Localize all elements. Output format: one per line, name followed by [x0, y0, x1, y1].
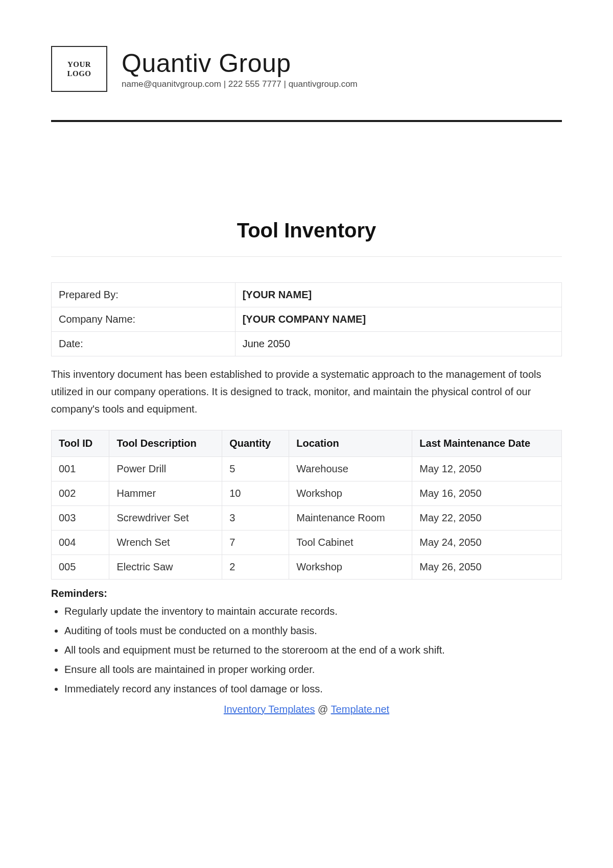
tools-table: Tool IDTool DescriptionQuantityLocationL…: [51, 430, 562, 580]
tools-header-row: Tool IDTool DescriptionQuantityLocationL…: [52, 430, 562, 457]
table-cell-loc: Maintenance Room: [289, 506, 412, 531]
list-item: Ensure all tools are maintained in prope…: [64, 662, 562, 677]
list-item: All tools and equipment must be returned…: [64, 642, 562, 658]
tools-col-header: Tool ID: [52, 430, 109, 457]
contact-line: name@quanitvgroup.com | 222 555 7777 | q…: [122, 79, 562, 89]
template-net-link[interactable]: Template.net: [331, 704, 390, 715]
table-row: 003Screwdriver Set3Maintenance RoomMay 2…: [52, 506, 562, 531]
table-row: 004Wrench Set7Tool CabinetMay 24, 2050: [52, 531, 562, 555]
table-cell-loc: Workshop: [289, 481, 412, 506]
tools-col-header: Location: [289, 430, 412, 457]
list-item: Auditing of tools must be conducted on a…: [64, 623, 562, 638]
table-cell-desc: Hammer: [109, 481, 222, 506]
list-item: Immediately record any instances of tool…: [64, 681, 562, 696]
table-cell-id: 001: [52, 457, 109, 481]
info-value: [YOUR COMPANY NAME]: [235, 307, 561, 332]
tools-col-header: Quantity: [222, 430, 289, 457]
table-cell-date: May 12, 2050: [412, 457, 562, 481]
table-cell-desc: Wrench Set: [109, 531, 222, 555]
table-cell-loc: Warehouse: [289, 457, 412, 481]
header-divider: [51, 120, 562, 122]
info-row: Prepared By:[YOUR NAME]: [52, 283, 562, 307]
table-row: 005Electric Saw2WorkshopMay 26, 2050: [52, 555, 562, 580]
info-label: Date:: [52, 332, 235, 356]
logo-placeholder: YOUR LOGO: [51, 46, 107, 92]
info-row: Date:June 2050: [52, 332, 562, 356]
footer-links: Inventory Templates @ Template.net: [51, 704, 562, 715]
tools-thead: Tool IDTool DescriptionQuantityLocationL…: [52, 430, 562, 457]
info-label: Company Name:: [52, 307, 235, 332]
title-rule: [51, 256, 562, 257]
table-cell-qty: 5: [222, 457, 289, 481]
tools-tbody: 001Power Drill5WarehouseMay 12, 2050002H…: [52, 457, 562, 580]
letterhead: YOUR LOGO Quantiv Group name@quanitvgrou…: [51, 46, 562, 92]
reminders-list: Regularly update the inventory to mainta…: [51, 604, 562, 696]
table-row: 001Power Drill5WarehouseMay 12, 2050: [52, 457, 562, 481]
table-row: 002Hammer10WorkshopMay 16, 2050: [52, 481, 562, 506]
document-title: Tool Inventory: [51, 219, 562, 242]
info-tbody: Prepared By:[YOUR NAME]Company Name:[YOU…: [52, 283, 562, 356]
table-cell-qty: 7: [222, 531, 289, 555]
table-cell-id: 002: [52, 481, 109, 506]
table-cell-date: May 26, 2050: [412, 555, 562, 580]
page: YOUR LOGO Quantiv Group name@quanitvgrou…: [0, 0, 613, 868]
info-value: June 2050: [235, 332, 561, 356]
tools-col-header: Last Maintenance Date: [412, 430, 562, 457]
info-label: Prepared By:: [52, 283, 235, 307]
reminders-heading: Reminders:: [51, 588, 562, 599]
tools-col-header: Tool Description: [109, 430, 222, 457]
table-cell-loc: Workshop: [289, 555, 412, 580]
logo-text: YOUR LOGO: [67, 60, 91, 78]
list-item: Regularly update the inventory to mainta…: [64, 604, 562, 619]
table-cell-id: 004: [52, 531, 109, 555]
company-block: Quantiv Group name@quanitvgroup.com | 22…: [122, 49, 562, 89]
table-cell-desc: Electric Saw: [109, 555, 222, 580]
table-cell-desc: Power Drill: [109, 457, 222, 481]
inventory-templates-link[interactable]: Inventory Templates: [224, 704, 315, 715]
table-cell-qty: 3: [222, 506, 289, 531]
table-cell-desc: Screwdriver Set: [109, 506, 222, 531]
table-cell-date: May 24, 2050: [412, 531, 562, 555]
table-cell-date: May 16, 2050: [412, 481, 562, 506]
info-row: Company Name:[YOUR COMPANY NAME]: [52, 307, 562, 332]
table-cell-loc: Tool Cabinet: [289, 531, 412, 555]
table-cell-id: 003: [52, 506, 109, 531]
intro-paragraph: This inventory document has been establi…: [51, 366, 562, 418]
table-cell-qty: 10: [222, 481, 289, 506]
info-table: Prepared By:[YOUR NAME]Company Name:[YOU…: [51, 282, 562, 356]
table-cell-qty: 2: [222, 555, 289, 580]
table-cell-date: May 22, 2050: [412, 506, 562, 531]
company-name: Quantiv Group: [122, 49, 562, 78]
info-value: [YOUR NAME]: [235, 283, 561, 307]
table-cell-id: 005: [52, 555, 109, 580]
footer-at: @: [318, 704, 328, 715]
